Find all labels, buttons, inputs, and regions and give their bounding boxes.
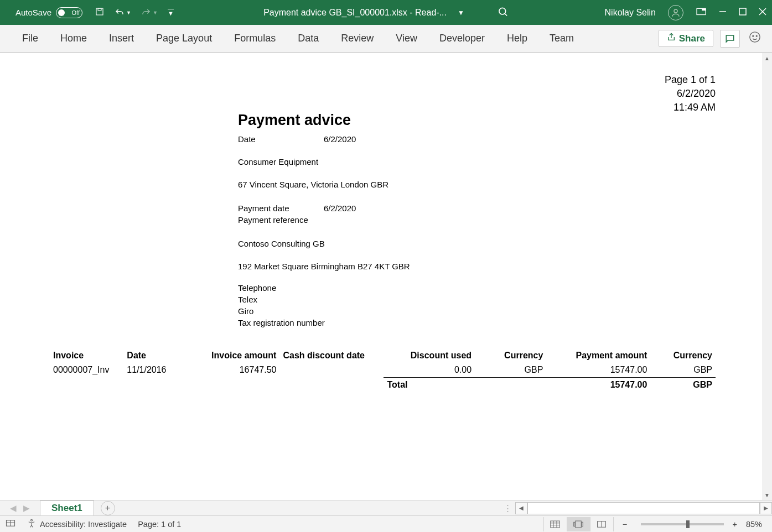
undo-icon[interactable]: ▼ (115, 8, 131, 18)
svg-rect-23 (576, 521, 582, 528)
title-dropdown-icon[interactable]: ▼ (458, 9, 464, 17)
company-name: Contoso Consulting GB (238, 239, 716, 248)
maximize-icon[interactable] (739, 8, 747, 18)
document-title: Payment advice (238, 112, 716, 129)
autosave-toggle[interactable]: Off (56, 7, 82, 18)
table-row: 00000007_Inv 11/1/2016 16747.50 0.00 GBP… (50, 363, 716, 378)
tab-page-layout[interactable]: Page Layout (145, 33, 223, 44)
new-sheet-button[interactable]: ＋ (101, 501, 115, 515)
tab-help[interactable]: Help (496, 33, 538, 44)
smiley-feedback-icon[interactable] (749, 31, 761, 46)
table-header-row: Invoice Date Invoice amount Cash discoun… (50, 348, 716, 363)
cell-date: 11/1/2016 (123, 363, 182, 378)
tab-formulas[interactable]: Formulas (223, 33, 287, 44)
normal-view-icon[interactable] (543, 517, 567, 531)
zoom-in-button[interactable]: + (728, 520, 742, 529)
hscroll-left-icon[interactable]: ◀ (515, 502, 527, 514)
date-value: 6/2/2020 (324, 134, 356, 144)
svg-rect-24 (574, 522, 575, 526)
header-time: 11:49 AM (665, 101, 716, 114)
consumer-address: 67 Vincent Square, Victoria London GBR (238, 180, 716, 189)
vertical-scrollbar[interactable]: ▲ ▼ (762, 53, 772, 500)
th-invoice-amount: Invoice amount (182, 348, 279, 363)
scroll-down-icon[interactable]: ▼ (762, 490, 772, 500)
ribbon: File Home Insert Page Layout Formulas Da… (0, 25, 772, 53)
zoom-slider[interactable] (641, 523, 724, 525)
svg-rect-1 (98, 8, 101, 11)
cell-cdd (279, 363, 384, 378)
cell-currency1: GBP (475, 363, 546, 378)
page-layout-view-icon[interactable] (567, 517, 590, 531)
zoom-level[interactable]: 85% (742, 520, 766, 529)
autosave-control[interactable]: AutoSave Off (15, 7, 82, 18)
cell-payment-amount: 15747.00 (546, 363, 650, 378)
payment-date-label: Payment date (238, 202, 324, 214)
share-button[interactable]: Share (659, 30, 713, 47)
invoice-table: Invoice Date Invoice amount Cash discoun… (50, 348, 716, 392)
giro-label: Giro (238, 306, 716, 316)
svg-rect-0 (96, 8, 103, 15)
page-break-view-icon[interactable] (590, 517, 613, 531)
document-area[interactable]: Page 1 of 1 6/2/2020 11:49 AM Payment ad… (0, 53, 772, 500)
cell-invoice: 00000007_Inv (50, 363, 123, 378)
close-icon[interactable] (759, 8, 766, 18)
svg-point-12 (753, 35, 754, 36)
filename-text: Payment advice GB_SI_000001.xlsx - Read-… (263, 8, 447, 18)
svg-line-3 (505, 13, 507, 15)
total-currency: GBP (650, 378, 716, 393)
qat-customize-icon[interactable]: ▼ (168, 9, 174, 17)
page-header-right: Page 1 of 1 6/2/2020 11:49 AM (665, 73, 716, 115)
tab-view[interactable]: View (385, 33, 428, 44)
cell-discount-used: 0.00 (384, 363, 475, 378)
tab-file[interactable]: File (11, 33, 49, 44)
th-invoice: Invoice (50, 348, 123, 363)
hscroll-track[interactable] (527, 502, 760, 514)
sheet-nav-arrows[interactable]: ◀▶ (0, 503, 40, 513)
save-icon[interactable] (95, 7, 105, 19)
svg-point-4 (674, 9, 677, 13)
redo-icon[interactable]: ▼ (141, 8, 158, 18)
zoom-out-button[interactable]: − (613, 517, 636, 531)
th-cash-discount-date: Cash discount date (279, 348, 384, 363)
accessibility-icon (27, 518, 37, 530)
sheet-views-icon[interactable] (6, 519, 15, 529)
sheet-tab-bar: ◀▶ Sheet1 ＋ ⋮ ◀ ▶ (0, 500, 772, 515)
table-total-row: Total 15747.00 GBP (50, 378, 716, 393)
page-status: Page: 1 of 1 (138, 520, 181, 529)
search-icon[interactable] (498, 6, 509, 19)
payment-reference-label: Payment reference (238, 214, 324, 226)
cell-invoice-amount: 16747.50 (182, 363, 279, 378)
horizontal-scrollbar[interactable]: ◀ ▶ (515, 502, 772, 514)
sheet-tab-sheet1[interactable]: Sheet1 (40, 500, 94, 515)
th-date: Date (123, 348, 182, 363)
tab-review[interactable]: Review (330, 33, 385, 44)
comments-icon[interactable] (720, 30, 740, 48)
accessibility-status[interactable]: Accessibility: Investigate (27, 518, 127, 530)
quick-access-toolbar: ▼ ▼ ▼ (95, 7, 174, 19)
svg-rect-8 (739, 8, 746, 15)
tab-data[interactable]: Data (287, 33, 330, 44)
header-date: 6/2/2020 (665, 87, 716, 101)
zoom-slider-thumb[interactable] (686, 520, 690, 528)
tab-insert[interactable]: Insert (98, 33, 145, 44)
hscroll-right-icon[interactable]: ▶ (760, 502, 772, 514)
tab-home[interactable]: Home (49, 33, 98, 44)
total-amount: 15747.00 (546, 378, 650, 393)
svg-rect-18 (551, 521, 560, 528)
th-currency2: Currency (650, 348, 716, 363)
sheet-split-handle[interactable]: ⋮ (504, 503, 515, 513)
th-currency1: Currency (475, 348, 546, 363)
minimize-icon[interactable] (719, 8, 727, 18)
next-sheet-icon[interactable]: ▶ (23, 503, 30, 513)
prev-sheet-icon[interactable]: ◀ (10, 503, 17, 513)
ribbon-display-icon[interactable] (696, 7, 707, 18)
titlebar-right: Nikolay Selin (605, 5, 766, 20)
total-label: Total (384, 378, 475, 393)
svg-point-17 (31, 519, 33, 521)
tab-developer[interactable]: Developer (428, 33, 496, 44)
scroll-up-icon[interactable]: ▲ (762, 53, 772, 63)
th-payment-amount: Payment amount (546, 348, 650, 363)
user-avatar-icon[interactable] (668, 5, 683, 20)
share-icon (667, 33, 676, 44)
tab-team[interactable]: Team (538, 33, 585, 44)
